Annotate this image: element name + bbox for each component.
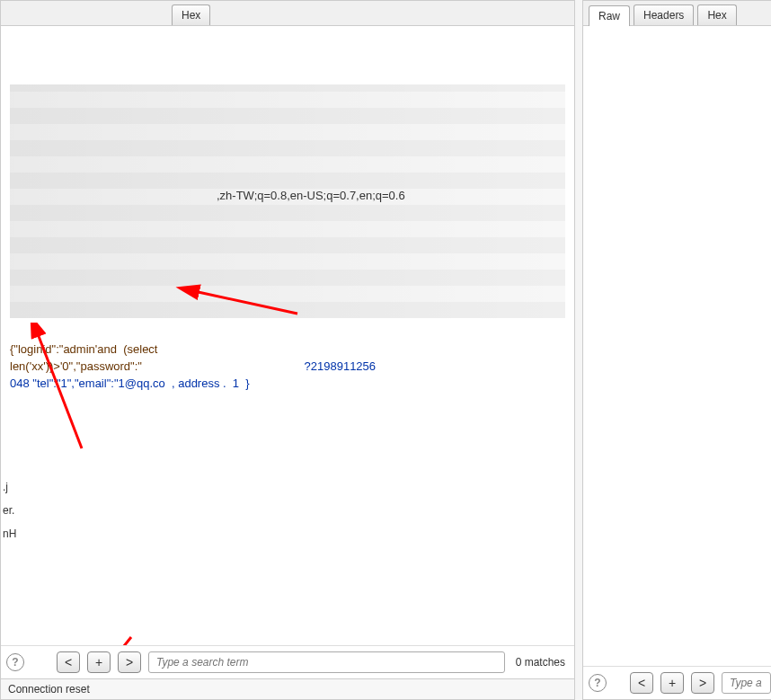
gutter-line-2: er. (3, 499, 16, 522)
tab-headers[interactable]: Headers (634, 4, 694, 25)
request-content: ,zh-TW;q=0.8,en-US;q=0.7,en;q=0.6 {"logi… (1, 26, 574, 645)
search-add-button[interactable]: + (87, 651, 111, 673)
payload-line3b: "tel":"1","email":"1@qq.co , address . 1… (32, 377, 249, 390)
redacted-headers-block: ,zh-TW;q=0.8,en-US;q=0.7,en;q=0.6 (10, 84, 565, 318)
response-panel: Raw Headers Hex ? < + > (582, 0, 771, 700)
search-prev-button[interactable]: < (57, 651, 80, 673)
left-search-bar: ? < + > 0 matches (1, 645, 574, 678)
tab-raw[interactable]: Raw (589, 5, 630, 26)
right-tab-bar: Raw Headers Hex (583, 1, 771, 26)
search-matches-label: 0 matches (512, 656, 569, 669)
payload-body: {"loginid":"admin'and (select len('xx'))… (10, 342, 376, 390)
help-icon-right[interactable]: ? (589, 674, 607, 692)
gutter-line-1: .j (3, 475, 16, 499)
accept-language-fragment: ,zh-TW;q=0.8,en-US;q=0.7,en;q=0.6 (217, 188, 405, 205)
request-panel: Hex ,zh-TW;q=0.8,en-US;q=0.7,en;q=0.6 {"… (0, 0, 575, 700)
search-input[interactable] (148, 651, 505, 673)
response-content[interactable] (583, 26, 771, 666)
search-add-button-right[interactable]: + (660, 672, 684, 694)
search-next-button[interactable]: > (118, 651, 141, 673)
payload-line2a: len('xx'))>'0","password":" (10, 359, 142, 373)
status-bar: Connection reset (1, 678, 574, 699)
right-search-bar: ? < + > (583, 666, 771, 699)
payload-line3a: 048 (10, 377, 30, 390)
search-next-button-right[interactable]: > (691, 672, 714, 694)
left-tab-bar: Hex (1, 1, 574, 26)
request-text[interactable]: ,zh-TW;q=0.8,en-US;q=0.7,en;q=0.6 {"logi… (1, 26, 574, 645)
payload-line2b: ?2198911256 (305, 359, 377, 373)
payload-line1: {"loginid":"admin'and (select (10, 342, 157, 356)
help-icon[interactable]: ? (6, 653, 24, 671)
search-input-right[interactable] (722, 672, 771, 694)
left-gutter-text: .j er. nH (1, 475, 16, 545)
tab-hex-left[interactable]: Hex (172, 4, 210, 25)
search-prev-button-right[interactable]: < (630, 672, 653, 694)
gutter-line-3: nH (3, 522, 16, 545)
tab-hex-right[interactable]: Hex (697, 4, 736, 25)
